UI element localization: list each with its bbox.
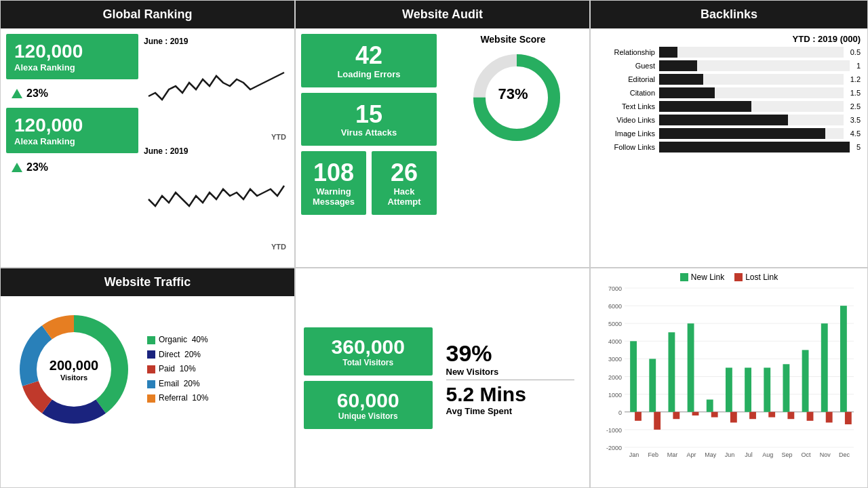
total-visitors-label: Total Visitors [314,358,422,367]
svg-rect-32 [673,412,679,419]
backlink-fill [659,87,715,98]
warning-messages-box: 108 Warning Messages [301,151,366,215]
backlink-label: Video Links [597,116,655,124]
backlink-bar-row: Editorial 1.2 [597,74,861,85]
backlink-track [659,87,844,98]
legend-dot [147,350,155,359]
link-chart-panel: New Link Lost Link 700060005000400030002… [590,268,868,488]
backlink-track [659,60,850,71]
website-traffic-panel: Website Traffic 200,000 Visitors Organic… [0,268,295,488]
svg-rect-26 [635,412,642,421]
svg-text:Apr: Apr [687,451,696,458]
traffic-legend: Organic 40% Direct 20% Paid 10% Email 20… [147,333,208,406]
website-audit-header: Website Audit [296,1,589,28]
backlink-value: 0.5 [850,48,861,56]
arrow-up-icon-2 [12,163,22,172]
backlink-label: Text Links [597,102,655,110]
website-score-label: Website Score [480,34,545,45]
virus-attacks-number: 15 [311,101,427,128]
lost-link-dot [734,273,743,281]
global-ranking-title: Global Ranking [102,7,192,21]
unique-visitors-box: 60,000 Unique Visitors [304,381,433,429]
svg-rect-28 [649,359,656,411]
traffic-legend-item: Organic 40% [147,333,208,348]
svg-rect-38 [711,412,718,418]
svg-text:Jul: Jul [745,451,753,458]
backlink-bar-row: Guest 1 [597,60,861,71]
loading-errors-label: Loading Errors [311,69,427,79]
virus-attacks-box: 15 Virus Attacks [301,93,437,146]
backlink-track [659,128,844,139]
lost-link-legend: Lost Link [734,272,778,282]
svg-text:Feb: Feb [648,451,658,458]
backlink-label: Editorial [597,75,655,83]
backlink-track [659,142,850,152]
loading-errors-number: 42 [311,42,427,69]
svg-text:Sep: Sep [781,451,792,458]
svg-text:6000: 6000 [608,303,622,310]
svg-rect-44 [749,412,756,419]
svg-text:0: 0 [618,409,622,416]
backlink-value: 2.5 [850,102,861,110]
svg-text:1000: 1000 [608,392,622,399]
chart2-ytd: YTD [144,243,286,251]
warning-messages-number: 108 [311,159,356,186]
alexa-ranking-box-2: 120,000 Alexa Ranking [6,108,138,153]
new-link-label: New Link [691,272,724,282]
hack-attempt-number: 26 [382,159,427,186]
line-chart-1 [144,49,289,130]
svg-text:Aug: Aug [762,451,773,458]
new-link-dot [680,273,688,281]
website-traffic-title: Website Traffic [104,275,191,289]
global-ranking-panel: Global Ranking 120,000 Alexa Ranking 23%… [0,0,295,268]
alexa-label-2: Alexa Ranking [14,136,130,146]
legend-label: Paid 10% [159,362,196,377]
backlink-track [659,101,844,112]
backlink-track [659,115,844,125]
backlink-value: 1.2 [850,75,861,83]
backlink-bar-row: Follow Links 5 [597,142,861,152]
legend-label: Email 20% [159,377,200,392]
traffic-legend-item: Paid 10% [147,362,208,377]
svg-rect-47 [768,412,775,418]
backlink-label: Relationship [597,48,655,56]
hack-attempt-box: 26 Hack Attempt [372,151,437,215]
link-chart-svg: 70006000500040003000200010000-1000-2000J… [596,285,861,468]
arrow-up-icon-1 [12,89,22,98]
backlink-fill [659,115,788,125]
traffic-center-label: Visitors [50,373,98,382]
svg-rect-25 [630,341,637,411]
backlink-label: Guest [597,62,655,70]
hack-attempt-label: Hack Attempt [382,186,427,207]
backlink-bar-row: Image Links 4.5 [597,128,861,139]
backlink-label: Image Links [597,129,655,138]
svg-rect-34 [688,323,694,412]
svg-rect-31 [668,332,675,412]
line-chart-2 [144,159,289,240]
legend-label: Referral 10% [159,391,208,406]
total-visitors-box: 360,000 Total Visitors [304,327,433,375]
link-chart-legend: New Link Lost Link [596,272,862,282]
backlink-fill [659,47,677,58]
svg-rect-40 [726,368,732,412]
svg-text:Mar: Mar [667,451,678,458]
global-ranking-header: Global Ranking [1,1,294,28]
backlink-track [659,74,844,85]
svg-text:May: May [705,451,717,458]
svg-rect-56 [826,412,833,423]
traffic-legend-item: Direct 20% [147,348,208,363]
loading-errors-box: 42 Loading Errors [301,34,437,87]
backlink-value: 5 [856,143,861,151]
traffic-center-number: 200,000 [50,358,98,373]
new-visitors-percent: 39% [446,340,575,367]
warning-messages-label: Warning Messages [311,186,356,207]
unique-visitors-label: Unique Visitors [314,411,422,421]
svg-text:3000: 3000 [608,356,622,363]
website-audit-title: Website Audit [402,7,483,21]
svg-rect-53 [807,412,814,421]
new-visitors-label: New Visitors [446,367,575,377]
alexa-ranking-box-1: 120,000 Alexa Ranking [6,34,138,79]
svg-rect-59 [845,412,852,424]
legend-label: Organic 40% [159,333,208,348]
chart1-label: June : 2019 [144,37,289,46]
